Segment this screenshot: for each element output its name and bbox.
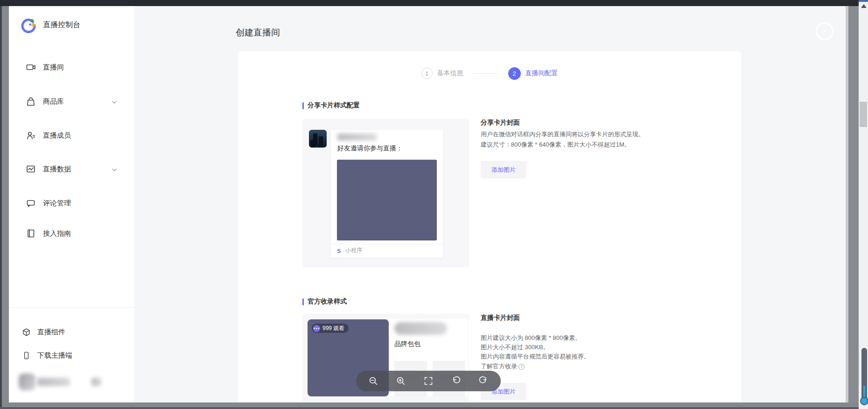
- sidebar-item-label: 直播成员: [43, 131, 71, 140]
- shopping-bag-icon: [26, 96, 36, 106]
- section-accent-bar: [302, 102, 304, 109]
- step-room-config: 2 直播间配置: [508, 67, 558, 80]
- sidebar-item-live-members[interactable]: 直播成员: [26, 126, 117, 145]
- sidebar-item-label: 接入指南: [43, 229, 71, 238]
- account-row[interactable]: [9, 370, 134, 394]
- window-left-frame: [2, 6, 9, 402]
- account-extra-blurred: [91, 378, 101, 386]
- cursor-marker: [860, 397, 868, 405]
- section-accent-bar: [302, 298, 304, 305]
- live-cover-heading: 直播卡片封面: [481, 314, 520, 322]
- share-cover-desc-line2: 建议尺寸：800像素 * 640像素，图片大小不得超过1M。: [481, 141, 630, 149]
- rotate-right-icon[interactable]: [478, 376, 489, 386]
- step-basic-info: 1 基本信息: [421, 68, 463, 79]
- chat-avatar-image: [309, 130, 327, 148]
- account-avatar-blurred: [19, 374, 35, 390]
- live-cover-desc-line2: 图片大小不超过 300KB。: [481, 343, 549, 352]
- share-cover-desc-line1: 用户在微信对话框内分享的直播间将以分享卡片的形式呈现。: [481, 130, 644, 139]
- miniprogram-icon: S: [336, 247, 343, 254]
- step-number: 1: [421, 68, 433, 79]
- sidebar: 直播控制台 直播间 商品库 直播成员 直播数: [9, 6, 134, 402]
- sidebar-item-label: 评论管理: [43, 199, 71, 208]
- add-share-image-button[interactable]: 添加图片: [481, 161, 526, 178]
- cube-icon: [22, 328, 31, 337]
- account-name-blurred: [37, 378, 70, 386]
- step-indicator: 1 基本信息 2 直播间配置: [238, 66, 741, 80]
- video-camera-icon: [26, 62, 36, 72]
- sidebar-item-label: 商品库: [43, 97, 64, 106]
- live-cover-desc-line1: 图片建议大小为 800像素 * 800像素。: [481, 334, 581, 342]
- close-icon[interactable]: ✕: [816, 22, 833, 40]
- scrollbar-up-arrow-icon[interactable]: [861, 4, 867, 8]
- window-top-border: [0, 0, 868, 6]
- sidebar-item-live-room[interactable]: 直播间: [26, 58, 117, 77]
- invite-text: 好友邀请你参与直播：: [337, 144, 403, 153]
- share-chat-card: 好友邀请你参与直播： S 小程序: [331, 130, 443, 258]
- share-cover-placeholder: [337, 160, 437, 240]
- sidebar-item-live-data[interactable]: 直播数据: [26, 160, 117, 178]
- fullscreen-icon[interactable]: [423, 376, 434, 386]
- live-dots-icon: ●●●: [313, 325, 320, 332]
- miniprogram-label: 小程序: [345, 247, 362, 254]
- step-number: 2: [508, 67, 521, 80]
- chat-name-blurred: [337, 134, 377, 141]
- data-chart-icon: [26, 164, 36, 174]
- sidebar-item-label: 直播间: [43, 63, 64, 72]
- step-connector: [473, 73, 499, 74]
- chat-card-footer: S 小程序: [337, 247, 362, 254]
- modal-title: 创建直播间: [236, 27, 280, 39]
- create-live-room-modal: 创建直播间 ✕ 1 基本信息 2 直播间配置 分享卡片样式配置: [134, 6, 846, 402]
- sidebar-item-label: 下载主播端: [37, 351, 72, 360]
- inner-scrollbar-thumb[interactable]: [848, 6, 859, 402]
- sidebar-item-integration-guide[interactable]: 接入指南: [26, 224, 117, 243]
- rotate-left-icon[interactable]: [451, 376, 461, 386]
- live-cover-desc-line3: 图片内容遵循平台规范后更容易被推荐。: [481, 353, 590, 361]
- app-title: 直播控制台: [43, 20, 80, 30]
- window-bottom-border: [0, 407, 868, 409]
- step-label: 基本信息: [437, 69, 463, 78]
- modal-card: 1 基本信息 2 直播间配置 分享卡片样式配置 好友邀请你参与直播：: [238, 51, 741, 402]
- live-console-app: 直播控制台 直播间 商品库 直播成员 直播数: [9, 6, 846, 402]
- chevron-down-icon: [112, 99, 117, 104]
- zoom-out-icon[interactable]: [368, 376, 378, 386]
- share-card-preview-box: 好友邀请你参与直播： S 小程序: [302, 119, 469, 268]
- product-title: 品牌包包: [394, 340, 420, 348]
- question-circle-icon: ?: [518, 364, 525, 370]
- zoom-in-icon[interactable]: [396, 376, 406, 386]
- sidebar-item-label: 直播组件: [37, 328, 65, 337]
- sidebar-item-live-components[interactable]: 直播组件: [22, 323, 120, 341]
- chevron-down-icon: [112, 166, 117, 172]
- window-bottom-frame: [2, 402, 859, 407]
- sidebar-divider: [9, 307, 134, 308]
- sidebar-item-label: 直播数据: [43, 165, 71, 174]
- chat-card-divider: [331, 244, 443, 244]
- official-listing-help-link[interactable]: 了解官方收录 ?: [481, 362, 525, 371]
- phone-icon: [22, 351, 31, 360]
- outer-scrollbar-thumb[interactable]: [860, 102, 867, 127]
- sidebar-item-download-host-app[interactable]: 下载主播端: [22, 346, 120, 365]
- image-viewer-toolbar: [356, 371, 501, 391]
- app-logo: [20, 17, 36, 33]
- live-title-blurred: [394, 322, 447, 335]
- share-card-section-title: 分享卡片样式配置: [302, 101, 360, 110]
- viewers-count: 999 观看: [322, 324, 344, 332]
- members-icon: [26, 130, 36, 141]
- share-cover-heading: 分享卡片封面: [481, 119, 520, 127]
- official-style-section-title: 官方收录样式: [302, 297, 347, 306]
- guide-book-icon: [26, 228, 36, 239]
- viewers-badge: ●●● 999 观看: [312, 324, 349, 333]
- comment-icon: [26, 198, 36, 208]
- sidebar-item-comment-management[interactable]: 评论管理: [26, 194, 117, 212]
- sidebar-item-product-library[interactable]: 商品库: [26, 92, 117, 111]
- step-label: 直播间配置: [525, 69, 558, 78]
